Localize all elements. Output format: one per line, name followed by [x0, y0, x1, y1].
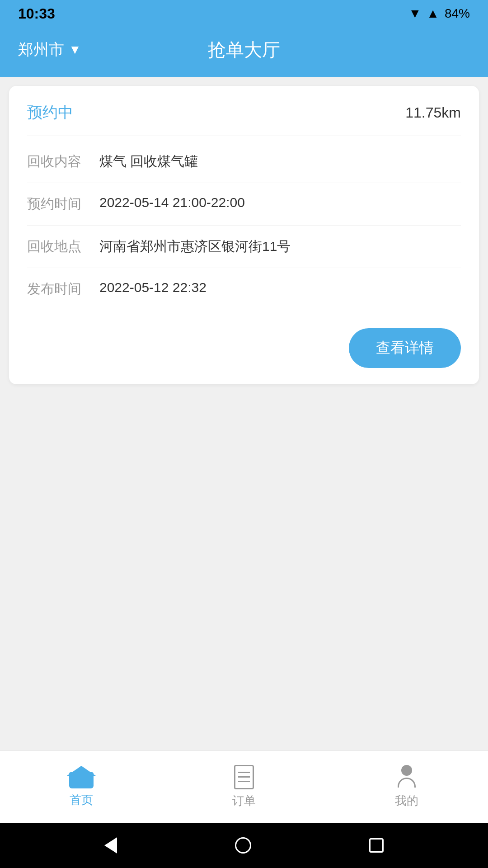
city-name: 郑州市	[18, 39, 64, 60]
android-nav-bar	[0, 823, 488, 868]
main-content: 预约中 11.75km 回收内容 煤气 回收煤气罐 预约时间 2022-05-1…	[0, 77, 488, 750]
recycle-location-row: 回收地点 河南省郑州市惠济区银河街11号	[27, 226, 461, 268]
nav-label-profile: 我的	[395, 793, 418, 809]
nav-item-home[interactable]: 首页	[0, 766, 163, 808]
publish-time-value: 2022-05-12 22:32	[99, 280, 461, 295]
battery-icon: 84%	[445, 6, 470, 21]
home-nav-icon	[235, 837, 251, 854]
recycle-content-value: 煤气 回收煤气罐	[99, 152, 461, 171]
back-icon	[104, 837, 117, 854]
status-time: 10:33	[18, 5, 55, 22]
back-button[interactable]	[104, 837, 117, 854]
wifi-icon: ▼	[409, 6, 422, 21]
card-footer: 查看详情	[9, 319, 479, 384]
appointment-time-value: 2022-05-14 21:00-22:00	[99, 195, 461, 210]
card-body: 回收内容 煤气 回收煤气罐 预约时间 2022-05-14 21:00-22:0…	[9, 136, 479, 319]
appointment-time-label: 预约时间	[27, 195, 99, 213]
nav-item-orders[interactable]: 订单	[163, 765, 325, 809]
person-body	[398, 778, 416, 788]
status-bar: 10:33 ▼ ▲ 84%	[0, 0, 488, 27]
bottom-navigation: 首页 订单 我的	[0, 750, 488, 823]
order-distance: 11.75km	[405, 104, 461, 121]
page-title: 抢单大厅	[208, 38, 280, 62]
view-detail-button[interactable]: 查看详情	[349, 328, 461, 368]
recents-icon	[369, 838, 384, 853]
publish-time-row: 发布时间 2022-05-12 22:32	[27, 268, 461, 310]
app-header: 郑州市 ▼ 抢单大厅	[0, 27, 488, 77]
status-icons: ▼ ▲ 84%	[409, 6, 470, 21]
order-icon	[234, 765, 254, 789]
nav-label-home: 首页	[70, 792, 93, 808]
card-header: 预约中 11.75km	[9, 86, 479, 136]
home-button[interactable]	[235, 837, 251, 854]
publish-time-label: 发布时间	[27, 280, 99, 298]
city-selector[interactable]: 郑州市 ▼	[18, 39, 81, 60]
nav-label-orders: 订单	[232, 793, 256, 809]
appointment-time-row: 预约时间 2022-05-14 21:00-22:00	[27, 183, 461, 226]
recycle-location-label: 回收地点	[27, 237, 99, 256]
recycle-content-row: 回收内容 煤气 回收煤气罐	[27, 141, 461, 183]
nav-item-profile[interactable]: 我的	[325, 765, 488, 809]
chevron-down-icon: ▼	[69, 42, 81, 57]
signal-icon: ▲	[427, 6, 439, 21]
profile-icon	[396, 765, 418, 789]
recents-button[interactable]	[369, 838, 384, 853]
order-status: 预约中	[27, 102, 73, 123]
recycle-location-value: 河南省郑州市惠济区银河街11号	[99, 237, 461, 256]
home-icon	[69, 766, 94, 788]
recycle-content-label: 回收内容	[27, 152, 99, 171]
person-head	[401, 765, 412, 776]
order-card: 预约中 11.75km 回收内容 煤气 回收煤气罐 预约时间 2022-05-1…	[9, 86, 479, 384]
